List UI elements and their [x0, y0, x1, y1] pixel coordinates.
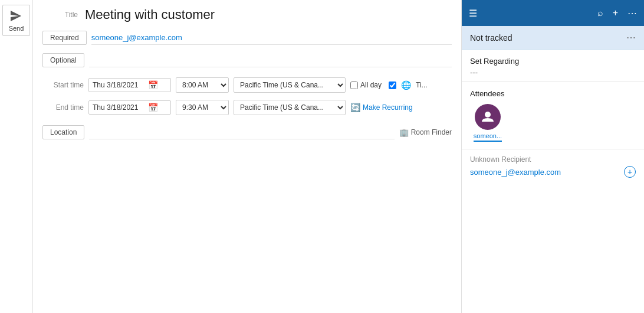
plus-icon[interactable]: +	[613, 8, 618, 18]
not-tracked-more-icon[interactable]: ⋯	[626, 32, 636, 43]
start-date-container: 📅	[88, 78, 171, 92]
location-button[interactable]: Location	[42, 125, 84, 139]
allday-container: All day	[350, 81, 382, 89]
location-input[interactable]	[89, 125, 394, 139]
recurring-label: Make Recurring	[363, 103, 413, 112]
allday-checkbox[interactable]	[350, 81, 358, 89]
person-icon	[481, 110, 495, 124]
required-input[interactable]	[91, 31, 452, 45]
title-label: Title	[42, 11, 78, 19]
optional-button[interactable]: Optional	[42, 53, 84, 67]
optional-row: Optional	[42, 50, 452, 71]
start-date-input[interactable]	[93, 81, 146, 89]
end-time-row: End time 📅 9:30 AM 10:00 AM 10:30 AM Pac…	[42, 98, 452, 117]
start-time-label: Start time	[42, 81, 84, 89]
room-finder-button[interactable]: 🏢 Room Finder	[399, 128, 452, 137]
sidebar-right-icons: ⌕ + ⋯	[597, 8, 637, 19]
unknown-recipient-label: Unknown Recipient	[470, 155, 636, 164]
add-recipient-icon[interactable]: +	[624, 166, 636, 178]
svg-point-1	[485, 112, 491, 118]
sidebar-header: ☰ ⌕ + ⋯	[462, 0, 644, 26]
teams-checkbox[interactable]	[389, 81, 396, 89]
send-icon	[9, 9, 23, 23]
time-rows: Start time 📅 8:00 AM 8:30 AM 9:00 AM Pac…	[33, 71, 461, 122]
teams-icon: 🌐	[401, 80, 411, 90]
end-calendar-icon[interactable]: 📅	[148, 103, 158, 112]
unknown-recipient-section: Unknown Recipient someone_j@example.com …	[462, 149, 644, 184]
location-row: Location 🏢 Room Finder	[33, 122, 461, 143]
attendee-avatar	[475, 104, 501, 130]
not-tracked-label: Not tracked	[470, 33, 512, 43]
svg-marker-0	[11, 11, 21, 21]
make-recurring-button[interactable]: 🔄 Make Recurring	[350, 103, 413, 112]
right-sidebar: ☰ ⌕ + ⋯ Not tracked ⋯ Set Regarding --- …	[461, 0, 644, 313]
more-dots-icon[interactable]: ⋯	[627, 8, 637, 19]
end-date-container: 📅	[88, 100, 171, 115]
meeting-title: Meeting with customer	[85, 7, 215, 22]
start-timezone-select[interactable]: Pacific Time (US & Cana... Eastern Time …	[234, 77, 346, 93]
recurring-icon: 🔄	[350, 103, 360, 112]
main-form: Title Meeting with customer Required Opt…	[33, 0, 461, 313]
hamburger-icon[interactable]: ☰	[469, 8, 477, 19]
recipients-area: Required Optional	[33, 27, 461, 71]
start-calendar-icon[interactable]: 📅	[148, 80, 158, 90]
send-button[interactable]: Send	[2, 5, 31, 36]
title-row: Title Meeting with customer	[33, 0, 461, 27]
required-row: Required	[42, 27, 452, 48]
start-time-select[interactable]: 8:00 AM 8:30 AM 9:00 AM	[176, 77, 229, 93]
end-time-select[interactable]: 9:30 AM 10:00 AM 10:30 AM	[176, 100, 229, 115]
attendee-name[interactable]: someon...	[474, 132, 502, 142]
attendees-label: Attendees	[470, 89, 636, 98]
optional-input[interactable]	[89, 53, 452, 67]
room-finder-label: Room Finder	[411, 128, 452, 136]
end-time-label: End time	[42, 103, 84, 112]
required-button[interactable]: Required	[42, 31, 87, 45]
sidebar-header-icons: ☰	[469, 8, 477, 19]
end-timezone-select[interactable]: Pacific Time (US & Cana... Eastern Time …	[234, 100, 346, 115]
end-date-input[interactable]	[93, 103, 146, 112]
regarding-value: ---	[470, 68, 636, 77]
unknown-email-row: someone_j@example.com +	[470, 166, 636, 178]
send-panel: Send	[0, 0, 33, 313]
not-tracked-bar: Not tracked ⋯	[462, 26, 644, 50]
teams-label: Ti...	[416, 81, 428, 89]
start-time-row: Start time 📅 8:00 AM 8:30 AM 9:00 AM Pac…	[42, 76, 452, 94]
room-finder-icon: 🏢	[399, 128, 409, 137]
attendee-item: someon...	[470, 104, 505, 142]
attendees-section: Attendees someon...	[462, 82, 644, 149]
unknown-email: someone_j@example.com	[470, 168, 561, 177]
set-regarding-label: Set Regarding	[470, 57, 636, 66]
send-label: Send	[9, 25, 24, 32]
allday-label: All day	[360, 81, 382, 89]
set-regarding-section: Set Regarding ---	[462, 50, 644, 82]
search-icon[interactable]: ⌕	[597, 8, 603, 18]
